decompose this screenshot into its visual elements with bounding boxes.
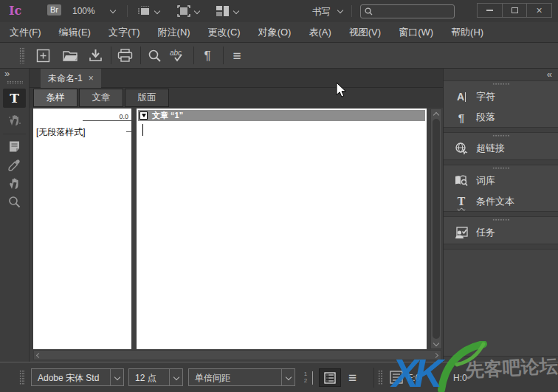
type-tool-icon: T bbox=[10, 91, 19, 106]
toolbar-drag-handle[interactable] bbox=[19, 47, 25, 63]
type-tool[interactable]: T bbox=[3, 89, 26, 108]
find-change-button[interactable] bbox=[145, 47, 163, 64]
panel-thesaurus[interactable]: 词库 bbox=[444, 171, 558, 190]
show-hidden-characters-button[interactable]: ¶ bbox=[199, 47, 216, 64]
arrange-documents-dropdown[interactable] bbox=[216, 4, 238, 18]
zoom-dropdown-chevron-icon[interactable] bbox=[110, 7, 116, 13]
panel-hyperlinks[interactable]: 超链接 bbox=[444, 139, 558, 158]
hand-tool[interactable] bbox=[3, 173, 26, 193]
app-logo: Ic bbox=[9, 4, 21, 18]
search-icon bbox=[148, 49, 162, 63]
eyedropper-tool[interactable] bbox=[3, 155, 26, 174]
position-tool[interactable] bbox=[3, 111, 26, 130]
close-button[interactable]: × bbox=[526, 4, 551, 17]
chevron-down-icon bbox=[285, 374, 291, 380]
collapse-story-button[interactable] bbox=[140, 111, 148, 120]
hamburger-icon: ≡ bbox=[232, 49, 241, 63]
font-size-dropdown[interactable]: 12 点 bbox=[128, 368, 183, 386]
tab-story-label: 文章 bbox=[92, 92, 111, 104]
spellcheck-button[interactable]: abc bbox=[169, 47, 187, 64]
maximize-button[interactable] bbox=[502, 4, 527, 17]
story-editor[interactable]: 文章 “1” bbox=[137, 109, 427, 349]
dropdown-arrow[interactable] bbox=[281, 369, 294, 385]
tab-galley-view[interactable]: 条样 bbox=[33, 89, 78, 107]
zoom-level-value[interactable]: 100% bbox=[72, 6, 95, 16]
search-box[interactable] bbox=[360, 4, 455, 18]
workspace-chevron-icon[interactable] bbox=[337, 7, 343, 13]
vertical-scrollbar[interactable] bbox=[430, 109, 442, 349]
story-header-bar[interactable]: 文章 “1” bbox=[138, 110, 425, 121]
panel-group-drag-handle[interactable] bbox=[492, 134, 510, 137]
scroll-up-button[interactable] bbox=[431, 109, 441, 118]
print-button[interactable] bbox=[116, 47, 134, 64]
panel-paragraph[interactable]: ¶ 段落 bbox=[444, 108, 558, 127]
menu-object[interactable]: 对象(O) bbox=[258, 26, 292, 39]
vertical-scrollbar-thumb[interactable] bbox=[433, 119, 440, 339]
expand-tools-chevron-icon[interactable]: » bbox=[4, 69, 10, 78]
bridge-button[interactable]: Br bbox=[47, 4, 61, 16]
document-tab[interactable]: 未命名-1 × bbox=[41, 69, 101, 88]
position-tool-icon bbox=[8, 114, 21, 127]
menu-table[interactable]: 表(A) bbox=[309, 26, 331, 39]
menu-window[interactable]: 窗口(W) bbox=[399, 26, 433, 39]
panel-group-drag-handle[interactable] bbox=[492, 167, 510, 170]
collapse-dock-chevron-icon[interactable]: « bbox=[547, 69, 552, 79]
menu-help[interactable]: 帮助(H) bbox=[451, 26, 483, 39]
panel-group-drag-handle[interactable] bbox=[492, 219, 510, 221]
tab-story-view[interactable]: 文章 bbox=[79, 89, 123, 107]
menu-file[interactable]: 文件(F) bbox=[10, 26, 41, 39]
dropdown-arrow[interactable] bbox=[110, 369, 123, 385]
copyfit-drag-handle[interactable] bbox=[378, 370, 383, 385]
window-controls: × bbox=[477, 3, 552, 18]
workspace-switcher[interactable]: 书写 bbox=[312, 6, 331, 18]
tools-drag-handle[interactable] bbox=[7, 80, 23, 84]
menu-edit[interactable]: 编辑(E) bbox=[59, 26, 91, 39]
minimize-button[interactable] bbox=[478, 4, 502, 17]
application-toolbar: abc ¶ ≡ bbox=[0, 43, 558, 69]
menu-view[interactable]: 视图(V) bbox=[349, 26, 381, 39]
panel-assignments-label: 任务 bbox=[476, 226, 495, 239]
chevron-down-icon bbox=[173, 374, 179, 380]
save-button[interactable] bbox=[86, 47, 104, 64]
text-menu-button[interactable]: ≡ bbox=[228, 47, 246, 64]
tab-layout-view[interactable]: 版面 bbox=[125, 89, 169, 107]
panel-group-drag-handle[interactable] bbox=[492, 83, 510, 86]
panel-menu-icon[interactable]: ≡ bbox=[348, 370, 356, 386]
panel-conditional-text[interactable]: T 条件文本 bbox=[444, 192, 558, 211]
dropdown-arrow[interactable] bbox=[169, 369, 182, 385]
spellcheck-icon: abc bbox=[169, 48, 187, 63]
toolbar-separator bbox=[111, 47, 111, 64]
menu-type[interactable]: 文字(T) bbox=[108, 26, 140, 39]
leading-dropdown[interactable]: 单倍间距 bbox=[188, 368, 295, 386]
right-panel-dock: « A 字符 ¶ 段落 bbox=[443, 69, 558, 362]
close-tab-icon[interactable]: × bbox=[89, 74, 94, 83]
scroll-down-button[interactable] bbox=[431, 340, 441, 348]
font-family-value: Adobe 宋体 Std bbox=[38, 372, 99, 385]
open-button[interactable] bbox=[61, 47, 79, 64]
horizontal-scrollbar[interactable] bbox=[33, 350, 441, 360]
font-family-dropdown[interactable]: Adobe 宋体 Std bbox=[31, 368, 124, 386]
open-folder-icon bbox=[63, 49, 78, 62]
view-options-icon bbox=[137, 5, 151, 17]
zoom-tool[interactable] bbox=[3, 192, 26, 211]
note-tool[interactable] bbox=[3, 137, 26, 156]
panel-character[interactable]: A 字符 bbox=[444, 87, 558, 106]
menu-changes[interactable]: 更改(C) bbox=[208, 26, 241, 39]
search-input[interactable] bbox=[376, 7, 450, 16]
panel-assignments[interactable]: 任务 bbox=[444, 223, 558, 242]
view-options-dropdown[interactable] bbox=[137, 4, 159, 18]
paragraph-style-label[interactable]: [无段落样式] bbox=[36, 126, 86, 139]
chevron-left-icon[interactable] bbox=[36, 353, 41, 358]
line-numbers-icon[interactable]: 1 2 bbox=[301, 371, 313, 385]
hand-tool-icon bbox=[8, 177, 21, 190]
chevron-right-icon[interactable] bbox=[433, 353, 438, 358]
titlebar-separator bbox=[127, 5, 128, 17]
new-document-button[interactable] bbox=[34, 47, 52, 64]
screen-mode-dropdown[interactable] bbox=[177, 4, 199, 18]
toolbar-separator bbox=[193, 47, 194, 64]
bottombar-drag-handle[interactable] bbox=[19, 370, 25, 385]
chevron-down-icon bbox=[433, 340, 439, 345]
info-column-toggle-button[interactable] bbox=[319, 368, 341, 387]
menu-notes[interactable]: 附注(N) bbox=[158, 26, 190, 39]
depth-tick bbox=[126, 131, 131, 132]
